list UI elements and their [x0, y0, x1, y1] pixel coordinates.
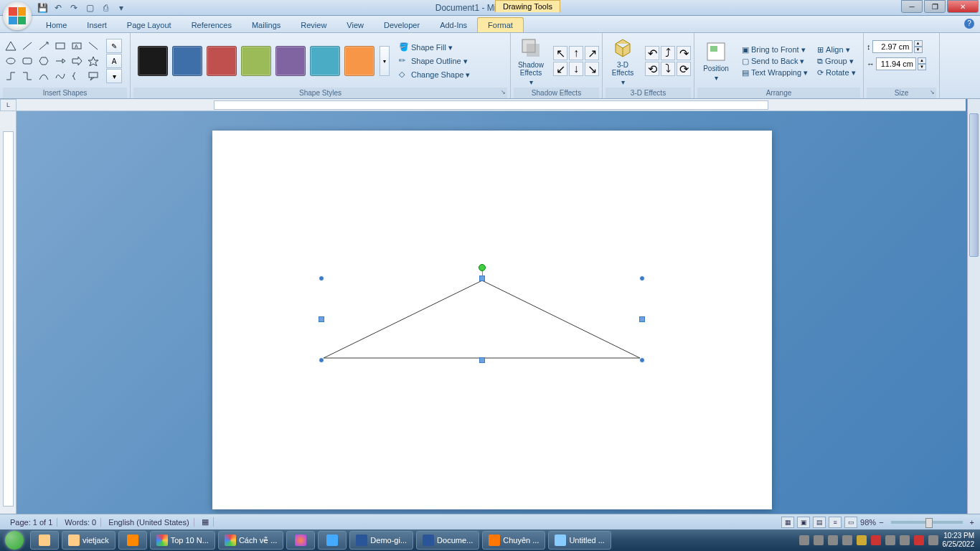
- tray-icon-6[interactable]: [871, 535, 881, 545]
- tray-icon-4[interactable]: [842, 535, 852, 545]
- tab-home[interactable]: Home: [36, 18, 77, 32]
- tray-icon-10[interactable]: [928, 535, 938, 545]
- tab-format[interactable]: Format: [477, 17, 524, 32]
- help-icon[interactable]: ?: [964, 19, 974, 29]
- redo-icon[interactable]: ↷: [67, 1, 80, 14]
- shape-arrow2-icon[interactable]: [52, 54, 68, 68]
- handle-br[interactable]: [639, 357, 645, 363]
- zoom-slider[interactable]: [891, 521, 963, 524]
- group-button[interactable]: ⧉Group ▾: [815, 56, 857, 67]
- shape-hex-icon[interactable]: [36, 54, 52, 68]
- height-down-icon[interactable]: ▼: [914, 47, 923, 53]
- selected-shape[interactable]: [321, 278, 642, 360]
- view-outline-icon[interactable]: ≡: [829, 517, 842, 528]
- style-swatch-2[interactable]: [172, 46, 202, 76]
- shape-line2-icon[interactable]: [85, 39, 101, 53]
- tab-references[interactable]: References: [182, 18, 242, 32]
- task-pdf[interactable]: Chuyên ...: [482, 531, 545, 550]
- shape-roundrect-icon[interactable]: [19, 54, 35, 68]
- print-icon[interactable]: ⎙: [99, 1, 112, 14]
- shadow-nudge-tl-icon[interactable]: ↖: [553, 46, 567, 60]
- width-input[interactable]: [876, 57, 916, 70]
- shape-star-icon[interactable]: [85, 54, 101, 68]
- handle-ml[interactable]: [319, 316, 324, 322]
- tilt-left2-icon[interactable]: ⟲: [645, 62, 659, 76]
- task-word2[interactable]: Docume...: [416, 531, 479, 550]
- styles-more-icon[interactable]: ▾: [380, 46, 390, 76]
- shadow-nudge-br-icon[interactable]: ↘: [585, 62, 599, 76]
- height-input[interactable]: [872, 40, 913, 53]
- shape-curve-icon[interactable]: [36, 69, 52, 83]
- task-paint[interactable]: Untitled ...: [548, 531, 611, 550]
- rotate-button[interactable]: ⟳Rotate ▾: [815, 67, 857, 78]
- task-chrome2[interactable]: Cách vẽ ...: [218, 531, 283, 550]
- style-swatch-5[interactable]: [275, 46, 306, 76]
- vertical-ruler[interactable]: [0, 111, 17, 514]
- shapes-more-icon[interactable]: ▾: [106, 69, 122, 83]
- task-ie[interactable]: [318, 531, 347, 550]
- zoom-value[interactable]: 98%: [860, 518, 876, 527]
- shape-rect-icon[interactable]: [52, 39, 68, 53]
- horizontal-ruler[interactable]: [17, 99, 966, 111]
- tab-insert[interactable]: Insert: [77, 18, 117, 32]
- shape-connector-icon[interactable]: [3, 69, 19, 83]
- shape-callout-icon[interactable]: [85, 69, 101, 83]
- position-button[interactable]: Position ▾: [697, 39, 735, 83]
- tab-review[interactable]: Review: [291, 18, 336, 32]
- align-button[interactable]: ⊞Align ▾: [815, 44, 857, 55]
- tray-icon-1[interactable]: [799, 535, 809, 545]
- undo-icon[interactable]: ↶: [52, 1, 65, 14]
- status-page[interactable]: Page: 1 of 1: [6, 518, 57, 527]
- status-language[interactable]: English (United States): [104, 518, 194, 527]
- vertical-scrollbar[interactable]: [967, 99, 980, 514]
- shadow-nudge-down-icon[interactable]: ↓: [569, 62, 583, 76]
- tilt-right2-icon[interactable]: ⟳: [677, 62, 691, 76]
- dialog-launcher-icon[interactable]: ↘: [501, 89, 506, 95]
- tab-developer[interactable]: Developer: [374, 18, 430, 32]
- style-swatch-7[interactable]: [344, 46, 374, 76]
- shadow-nudge-up-icon[interactable]: ↑: [569, 46, 583, 60]
- shape-arrow-icon[interactable]: [36, 39, 52, 53]
- office-button[interactable]: [3, 1, 32, 30]
- handle-tm[interactable]: [479, 276, 485, 281]
- textbox-icon[interactable]: A: [106, 54, 122, 68]
- handle-bm[interactable]: [479, 357, 485, 363]
- handle-tl[interactable]: [319, 276, 324, 281]
- shape-oval-icon[interactable]: [3, 54, 19, 68]
- triangle-shape[interactable]: [321, 278, 642, 360]
- handle-mr[interactable]: [639, 316, 645, 322]
- height-up-icon[interactable]: ▲: [914, 40, 923, 47]
- task-firefox[interactable]: [286, 531, 315, 550]
- view-web-icon[interactable]: ▤: [813, 517, 826, 528]
- width-up-icon[interactable]: ▲: [918, 57, 926, 64]
- zoom-in-icon[interactable]: +: [970, 518, 974, 527]
- shadow-nudge-tr-icon[interactable]: ↗: [585, 46, 599, 60]
- minimize-button[interactable]: ─: [901, 0, 923, 13]
- tray-icon-5[interactable]: [857, 535, 867, 545]
- status-macro-icon[interactable]: ▦: [197, 517, 214, 527]
- save-icon[interactable]: 💾: [36, 1, 49, 14]
- task-media[interactable]: [118, 531, 147, 550]
- close-button[interactable]: ✕: [947, 0, 979, 13]
- view-draft-icon[interactable]: ▭: [844, 517, 857, 528]
- shapes-gallery[interactable]: A: [3, 39, 101, 83]
- bring-to-front-button[interactable]: ▣Bring to Front ▾: [740, 44, 810, 55]
- tray-icon-8[interactable]: [900, 535, 910, 545]
- text-wrapping-button[interactable]: ▤Text Wrapping ▾: [740, 67, 810, 78]
- style-swatch-4[interactable]: [241, 46, 271, 76]
- shape-outline-button[interactable]: ✏Shape Outline ▾: [396, 55, 473, 67]
- restore-button[interactable]: ❐: [924, 0, 946, 13]
- zoom-out-icon[interactable]: −: [879, 518, 883, 527]
- task-explorer[interactable]: [30, 531, 59, 550]
- task-word1[interactable]: Demo-gi...: [349, 531, 413, 550]
- width-down-icon[interactable]: ▼: [918, 64, 926, 70]
- view-full-screen-icon[interactable]: ▣: [797, 517, 810, 528]
- scroll-thumb[interactable]: [969, 113, 979, 257]
- 3d-effects-button[interactable]: 3-D Effects ▾: [606, 35, 640, 88]
- shape-triangle-icon[interactable]: [3, 39, 19, 53]
- shape-freeform-icon[interactable]: [52, 69, 68, 83]
- send-to-back-button[interactable]: ▢Send to Back ▾: [740, 56, 810, 67]
- ruler-corner[interactable]: L: [0, 99, 17, 111]
- clock[interactable]: 10:23 PM 6/25/2022: [943, 532, 975, 549]
- tab-mailings[interactable]: Mailings: [242, 18, 291, 32]
